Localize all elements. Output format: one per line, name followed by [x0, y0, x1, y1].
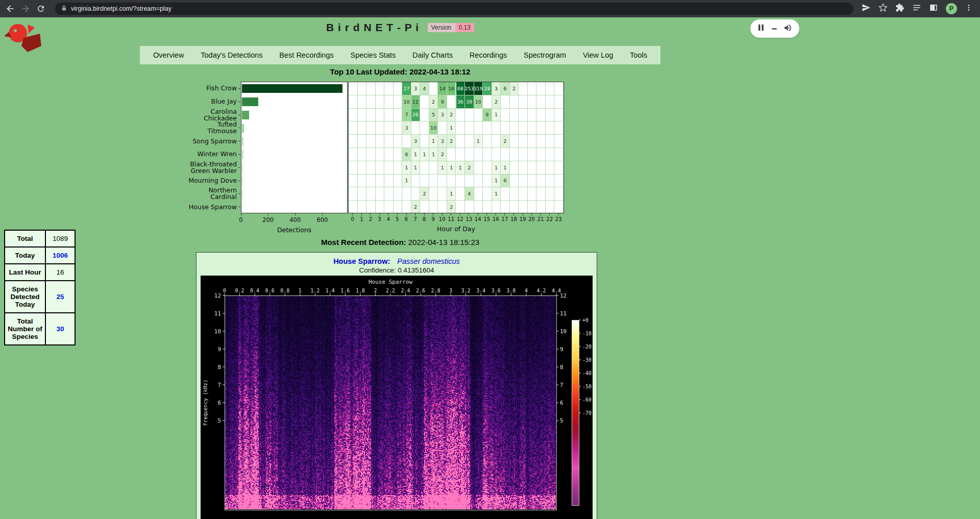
- heatmap-cell: [465, 175, 474, 188]
- heatmap-cell: [519, 175, 528, 188]
- stat-link[interactable]: 30: [56, 325, 64, 333]
- heatmap-cell: [510, 109, 519, 122]
- nav-item-recordings[interactable]: Recordings: [464, 47, 512, 63]
- heatmap-cell: [474, 148, 483, 161]
- heatmap-cell: 1: [402, 175, 411, 188]
- heatmap-cell: [501, 95, 510, 109]
- heatmap-cell: 39: [465, 95, 474, 109]
- heatmap-cell: 2: [411, 201, 421, 213]
- heatmap-cell: 6: [501, 82, 510, 95]
- stat-value: 16: [45, 264, 75, 281]
- heatmap-cell: [501, 187, 510, 201]
- heatmap-cell: [456, 109, 465, 122]
- heatmap-cell: [528, 135, 537, 148]
- bookmark-star-icon[interactable]: [878, 3, 888, 14]
- nav-item-today-s-detections[interactable]: Today's Detections: [195, 47, 267, 63]
- heatmap-cell: [474, 187, 483, 201]
- lock-icon: [61, 4, 67, 13]
- detection-species[interactable]: House Sparrow:: [333, 257, 390, 265]
- bar-axis-tick-label: 400: [287, 216, 303, 224]
- heatmap-cell: [519, 148, 528, 161]
- heatmap-cell: [483, 187, 492, 201]
- hour-axis-tick: [424, 213, 425, 215]
- nav-item-overview[interactable]: Overview: [148, 47, 189, 63]
- heatmap-cell: [536, 187, 546, 201]
- species-label: Carolina Chickadee: [188, 108, 237, 121]
- heatmap-cell: [376, 175, 385, 188]
- nav-item-best-recordings[interactable]: Best Recordings: [274, 47, 338, 63]
- forward-icon[interactable]: [19, 3, 32, 15]
- reload-icon[interactable]: [35, 3, 47, 15]
- heatmap-cell: [411, 175, 421, 188]
- nav-item-daily-charts[interactable]: Daily Charts: [407, 47, 458, 63]
- heatmap-cell: [483, 135, 492, 148]
- heatmap-cell: [358, 121, 367, 135]
- species-label: Black-throated Green Warbler: [188, 161, 237, 174]
- stats-row: Total Number of Species30: [5, 313, 75, 345]
- heatmap-cell: 2: [438, 148, 447, 161]
- heatmap-cell: [492, 201, 501, 213]
- heatmap-cell: [366, 95, 376, 109]
- heatmap-cell: [519, 82, 528, 95]
- heatmap-cell: [349, 148, 358, 161]
- nav-item-tools[interactable]: Tools: [625, 47, 652, 63]
- heatmap-cell: [384, 121, 394, 135]
- heatmap-cell: [554, 95, 564, 109]
- bar: [242, 97, 258, 106]
- species-label: Winter Wren: [188, 147, 237, 161]
- version-badge-label: Version: [428, 23, 455, 32]
- heatmap-cell: [528, 175, 537, 188]
- heatmap-cell: [429, 201, 438, 213]
- heatmap-cell: [366, 135, 376, 148]
- hour-axis-tick: [549, 213, 550, 215]
- heatmap-cell: [447, 175, 456, 188]
- extensions-icon[interactable]: [895, 3, 904, 14]
- heatmap-cell: [456, 121, 465, 135]
- heatmap-cell: [366, 175, 376, 188]
- profile-avatar[interactable]: P: [946, 3, 957, 14]
- heatmap-cell: [501, 148, 510, 161]
- side-panel-icon[interactable]: [929, 3, 938, 14]
- heatmap-cell: [429, 161, 438, 175]
- stat-link[interactable]: 1006: [53, 252, 68, 259]
- most-recent-detection: Most Recent Detection: 2022-04-13 18:15:…: [0, 238, 800, 246]
- nav-item-spectrogram[interactable]: Spectrogram: [519, 47, 571, 63]
- heatmap-cell: [536, 109, 546, 122]
- toolbar-right-icons: P: [862, 3, 976, 14]
- heatmap-cell: [546, 201, 555, 213]
- heatmap-cell: [510, 121, 519, 135]
- hour-axis-tick: [541, 213, 541, 215]
- heatmap-cell: 9: [438, 95, 447, 109]
- hour-axis-tick-label: 23: [553, 216, 564, 222]
- heatmap-cell: [438, 187, 447, 201]
- hour-axis-tick: [558, 213, 559, 215]
- heatmap-cell: [554, 175, 564, 188]
- heatmap-cell: 1: [474, 135, 483, 148]
- reading-list-icon[interactable]: [912, 3, 921, 14]
- heatmap-cell: [510, 148, 519, 161]
- heatmap-cell: [438, 175, 447, 188]
- hour-axis-tick: [513, 213, 514, 215]
- heatmap-cell: [376, 121, 385, 135]
- heatmap-cell: [376, 201, 385, 213]
- hour-axis-tick: [433, 213, 433, 215]
- heatmap-cell: 3: [438, 135, 447, 148]
- heatmap-cell: 1: [492, 161, 501, 175]
- heatmap-cell: [536, 135, 546, 148]
- heatmap-cell: 3: [402, 121, 411, 135]
- heatmap-cell: [366, 121, 376, 135]
- heatmap-cell: [358, 109, 367, 122]
- nav-item-species-stats[interactable]: Species Stats: [346, 47, 401, 63]
- heatmap-cell: [492, 135, 501, 148]
- menu-dots-icon[interactable]: [965, 4, 973, 14]
- back-icon[interactable]: [4, 3, 16, 15]
- nav-item-view-log[interactable]: View Log: [578, 47, 618, 63]
- send-icon[interactable]: [862, 3, 871, 14]
- heatmap-cell: [456, 201, 465, 213]
- heatmap-cell: [358, 187, 367, 201]
- heatmap-cell: 1: [411, 161, 421, 175]
- stat-link[interactable]: 25: [56, 293, 64, 301]
- hour-axis-tick: [478, 213, 478, 215]
- heatmap-cell: [349, 82, 358, 95]
- address-bar[interactable]: virginia.birdnetpi.com/?stream=play: [55, 3, 853, 15]
